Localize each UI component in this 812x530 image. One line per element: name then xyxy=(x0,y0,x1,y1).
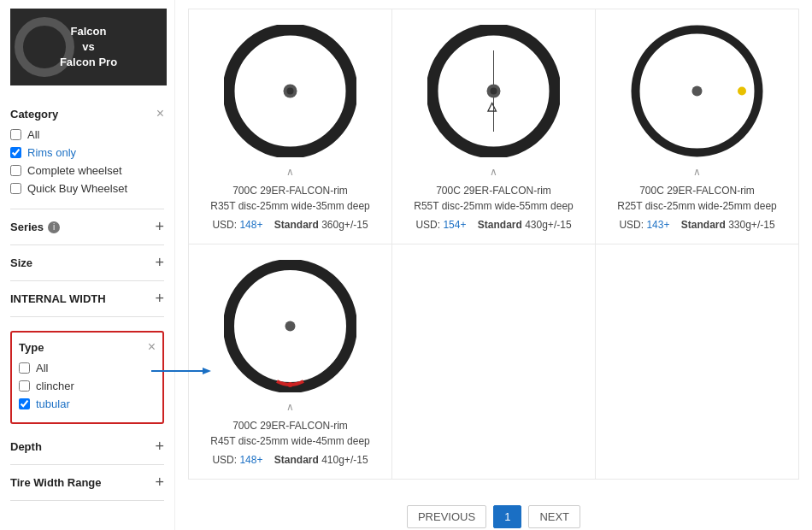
list-item: All xyxy=(10,128,164,141)
svg-marker-1 xyxy=(203,368,211,374)
category-list: All Rims only Complete wheelset Quick Bu… xyxy=(10,128,164,195)
arrow-up-r25t: ∧ xyxy=(693,166,701,178)
price-link-r35t[interactable]: 148+ xyxy=(239,219,262,231)
type-clincher-checkbox[interactable] xyxy=(19,380,30,392)
price-link-r45t[interactable]: 148+ xyxy=(239,454,262,466)
type-list: All clincher xyxy=(19,362,156,410)
list-item: tubular xyxy=(19,398,156,410)
arrow-up-r45t: ∧ xyxy=(286,401,294,413)
wheel-image-r45t xyxy=(222,257,359,394)
cat-all-checkbox[interactable] xyxy=(10,129,21,140)
depth-expand-icon[interactable]: + xyxy=(155,438,164,456)
prev-button[interactable]: PREVIOUS xyxy=(407,505,486,528)
list-item: Complete wheelset xyxy=(10,164,164,177)
annotation-arrow xyxy=(151,365,211,377)
logo-text: FalconvsFalcon Pro xyxy=(60,24,117,71)
product-name-r35t: 700C 29ER-FALCON-rim R35T disc-25mm wide… xyxy=(210,183,370,214)
type-close-icon[interactable]: × xyxy=(148,339,156,355)
type-tubular-label: tubular xyxy=(36,398,70,410)
size-title: Size xyxy=(10,256,32,269)
cat-rims-label: Rims only xyxy=(27,146,76,159)
list-item: All xyxy=(19,362,156,374)
depth-header[interactable]: Depth + xyxy=(10,438,164,456)
svg-point-7 xyxy=(491,87,497,94)
category-close-icon[interactable]: × xyxy=(156,106,164,121)
main-content: ∧ 700C 29ER-FALCON-rim R35T disc-25mm wi… xyxy=(175,0,812,530)
product-card-r25t: ∧ 700C 29ER-FALCON-rim R25T disc-25mm wi… xyxy=(596,9,799,244)
price-link-r55t[interactable]: 154+ xyxy=(443,219,466,231)
svg-point-4 xyxy=(287,87,294,94)
product-grid: ∧ 700C 29ER-FALCON-rim R35T disc-25mm wi… xyxy=(188,9,799,244)
internal-width-expand-icon[interactable]: + xyxy=(155,290,164,308)
product-card-r35t: ∧ 700C 29ER-FALCON-rim R35T disc-25mm wi… xyxy=(189,9,392,244)
svg-text:△: △ xyxy=(486,99,497,113)
wheel-svg-r35t xyxy=(224,25,356,157)
product-card-r55t: △ ∧ 700C 29ER-FALCON-rim R55T disc-25mm … xyxy=(392,9,596,244)
blue-arrow-svg xyxy=(151,365,211,377)
type-all-checkbox[interactable] xyxy=(19,362,30,374)
size-header[interactable]: Size + xyxy=(10,254,164,272)
product-name-r55t: 700C 29ER-FALCON-rim R55T disc-25mm wide… xyxy=(414,183,574,214)
arrow-up-r55t: ∧ xyxy=(490,166,497,178)
cat-quick-label: Quick Buy Wheelset xyxy=(27,182,127,195)
logo-box[interactable]: FalconvsFalcon Pro xyxy=(10,9,167,85)
next-button[interactable]: NEXT xyxy=(528,505,580,528)
tire-width-expand-icon[interactable]: + xyxy=(155,474,164,492)
tire-width-filter: Tire Width Range + xyxy=(10,465,164,501)
wheel-image-r35t xyxy=(222,22,359,159)
product-price-r35t: USD: 148+ Standard 360g+/-15 xyxy=(212,219,368,231)
svg-point-13 xyxy=(285,321,296,331)
size-filter: Size + xyxy=(10,245,164,281)
series-filter: Series i + xyxy=(10,209,164,245)
cat-complete-label: Complete wheelset xyxy=(27,164,122,177)
category-header[interactable]: Category × xyxy=(10,106,164,121)
category-title: Category xyxy=(10,108,58,121)
cat-quick-checkbox[interactable] xyxy=(10,183,21,194)
product-card-r45t: ∧ 700C 29ER-FALCON-rim R45T disc-25mm wi… xyxy=(189,244,392,480)
wheel-svg-r25t xyxy=(631,25,763,157)
product-name-r45t: 700C 29ER-FALCON-rim R45T disc-25mm wide… xyxy=(210,418,370,449)
arrow-up-r35t: ∧ xyxy=(286,166,294,178)
series-title: Series xyxy=(10,221,44,233)
internal-width-header[interactable]: INTERNAL WIDTH + xyxy=(10,290,164,308)
size-expand-icon[interactable]: + xyxy=(155,254,164,272)
product-name-r25t: 700C 29ER-FALCON-rim R25T disc-25mm wide… xyxy=(617,183,777,214)
pagination: PREVIOUS 1 NEXT xyxy=(188,497,799,528)
price-link-r25t[interactable]: 143+ xyxy=(646,219,669,231)
series-expand-icon[interactable]: + xyxy=(155,218,164,236)
depth-filter: Depth + xyxy=(10,429,164,465)
list-item: Rims only xyxy=(10,146,164,159)
type-tubular-checkbox[interactable] xyxy=(19,398,30,409)
product-card-empty-1 xyxy=(392,244,596,480)
product-price-r45t: USD: 148+ Standard 410g+/-15 xyxy=(212,454,368,466)
wheel-image-r25t xyxy=(629,22,766,159)
product-price-r55t: USD: 154+ Standard 430g+/-15 xyxy=(415,219,571,231)
list-item: Quick Buy Wheelset xyxy=(10,182,164,195)
depth-title: Depth xyxy=(10,440,42,453)
svg-point-11 xyxy=(738,86,746,95)
internal-width-title: INTERNAL WIDTH xyxy=(10,292,106,305)
type-title: Type xyxy=(19,341,44,354)
series-header[interactable]: Series i + xyxy=(10,218,164,236)
cat-complete-checkbox[interactable] xyxy=(10,165,21,176)
series-info-icon[interactable]: i xyxy=(48,221,60,233)
tire-width-title: Tire Width Range xyxy=(10,476,102,489)
product-card-empty-2 xyxy=(596,244,799,480)
wheel-svg-r55t: △ xyxy=(427,25,560,157)
product-price-r25t: USD: 143+ Standard 330g+/-15 xyxy=(619,219,774,231)
internal-width-filter: INTERNAL WIDTH + xyxy=(10,281,164,317)
cat-rims-checkbox[interactable] xyxy=(10,147,21,158)
sidebar: FalconvsFalcon Pro Category × All Rims o… xyxy=(0,0,175,530)
wheel-image-r55t: △ xyxy=(426,22,562,159)
type-header[interactable]: Type × xyxy=(19,339,156,355)
list-item: clincher xyxy=(19,380,156,392)
tire-width-header[interactable]: Tire Width Range + xyxy=(10,474,164,492)
svg-point-14 xyxy=(288,382,293,387)
category-filter: Category × All Rims only Complete wheels… xyxy=(10,97,164,209)
page-1-button[interactable]: 1 xyxy=(493,505,521,528)
type-all-label: All xyxy=(36,362,48,374)
cat-all-label: All xyxy=(27,128,39,141)
product-row2: ∧ 700C 29ER-FALCON-rim R45T disc-25mm wi… xyxy=(188,244,799,480)
type-filter-wrapper: Type × All xyxy=(10,317,164,424)
wheel-svg-r45t xyxy=(224,260,356,392)
